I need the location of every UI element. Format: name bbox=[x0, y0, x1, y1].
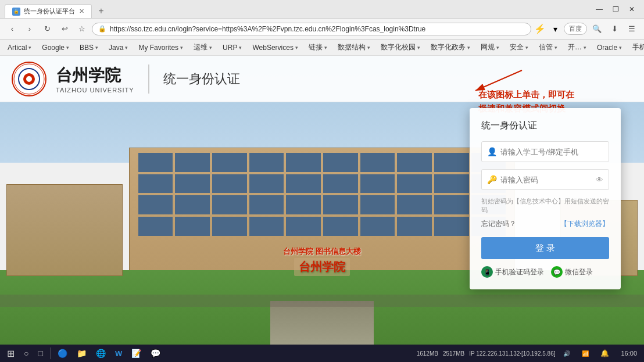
bookmark-bbs[interactable]: BBS ▾ bbox=[77, 42, 101, 53]
title-bar: 🔒 统一身份认证平台 ✕ + — ❐ ✕ bbox=[0, 0, 644, 19]
taskbar-icon-4[interactable]: W bbox=[112, 346, 126, 360]
bookmark-arrow-icon: ▾ bbox=[619, 45, 622, 51]
bookmarks-bar: Artical ▾ Google ▾ BBS ▾ Java ▾ My Favor… bbox=[0, 40, 644, 56]
bookmark-arrow-icon: ▾ bbox=[295, 45, 298, 51]
bookmark-google[interactable]: Google ▾ bbox=[39, 42, 72, 53]
bookmark-my-favorites[interactable]: My Favorites ▾ bbox=[135, 42, 186, 53]
volume-button[interactable]: 🔊 bbox=[560, 346, 574, 360]
bookmark-link[interactable]: 链接 ▾ bbox=[306, 41, 330, 53]
bookmark-arrow-icon: ▾ bbox=[554, 45, 557, 51]
username-group: 👤 bbox=[481, 141, 609, 162]
network-button[interactable]: 📶 bbox=[578, 346, 592, 360]
task-view-button[interactable]: □ bbox=[34, 346, 46, 360]
bookmark-wangui[interactable]: 网规 ▾ bbox=[478, 41, 502, 53]
browser-mode-icon[interactable]: ⚡ bbox=[534, 23, 546, 35]
back-button[interactable]: ‹ bbox=[5, 21, 20, 37]
alternative-logins: 📱 手机验证码登录 💬 微信登录 bbox=[481, 266, 609, 278]
ip-info: IP 122.226.131.132·[10.192.5.86] bbox=[469, 350, 555, 357]
undo-button[interactable]: ↩ bbox=[57, 21, 72, 37]
logo-svg bbox=[13, 63, 45, 95]
search-taskbar-button[interactable]: ○ bbox=[20, 346, 32, 360]
bookmark-star-button[interactable]: ☆ bbox=[74, 21, 90, 37]
search-button[interactable]: 🔍 bbox=[589, 21, 604, 37]
bookmark-yunwei[interactable]: 运维 ▾ bbox=[191, 41, 215, 53]
menu-button[interactable]: ☰ bbox=[624, 21, 639, 37]
bookmark-data-structure[interactable]: 数据结构 ▾ bbox=[335, 41, 373, 53]
download-button[interactable]: ⬇ bbox=[607, 21, 622, 37]
search-engine-label: 百度 bbox=[569, 24, 582, 33]
lock-icon: 🔒 bbox=[98, 25, 106, 33]
taskbar-icon-3[interactable]: 🌐 bbox=[92, 346, 109, 360]
bookmark-label: 开… bbox=[568, 42, 582, 52]
wechat-icon: 💬 bbox=[551, 266, 563, 278]
bookmark-security[interactable]: 安全 ▾ bbox=[507, 41, 531, 53]
refresh-button[interactable]: ↻ bbox=[40, 21, 55, 37]
bookmark-label: URP bbox=[223, 44, 237, 52]
login-button[interactable]: 登 录 bbox=[481, 237, 609, 259]
bookmark-label: Artical bbox=[8, 44, 27, 52]
bookmark-arrow-icon: ▾ bbox=[125, 45, 128, 51]
bookmark-arrow-icon: ▾ bbox=[584, 45, 586, 51]
phone-login-label: 手机验证码登录 bbox=[495, 267, 544, 277]
start-button[interactable]: ⊞ bbox=[3, 346, 18, 360]
address-bar: ‹ › ↻ ↩ ☆ 🔒 https://sso.tzc.edu.cn/login… bbox=[0, 19, 644, 40]
search-box[interactable]: 百度 bbox=[564, 23, 587, 35]
bookmark-arrow-icon: ▾ bbox=[180, 45, 183, 51]
bookmark-label: 链接 bbox=[309, 42, 323, 52]
download-browser-link[interactable]: 【下载浏览器】 bbox=[560, 219, 609, 229]
forgot-password-link[interactable]: 忘记密码？ bbox=[481, 219, 516, 229]
bookmark-digital-gov[interactable]: 数字化政务 ▾ bbox=[428, 41, 473, 53]
ext-icon-2[interactable]: ▾ bbox=[549, 23, 561, 35]
bookmark-xinguan[interactable]: 信管 ▾ bbox=[536, 41, 560, 53]
bookmark-arrow-icon: ▾ bbox=[66, 45, 69, 51]
address-input[interactable]: 🔒 https://sso.tzc.edu.cn/login?service=h… bbox=[92, 23, 531, 35]
restore-button[interactable]: ❐ bbox=[608, 3, 623, 16]
taskbar-icon-2[interactable]: 📁 bbox=[73, 346, 90, 360]
bookmark-arrow-icon: ▾ bbox=[324, 45, 327, 51]
gate-arch-text: 台州学院 bbox=[294, 258, 350, 276]
bookmark-label: 数据结构 bbox=[338, 42, 366, 52]
wechat-login[interactable]: 💬 微信登录 bbox=[551, 266, 593, 278]
memory-info-1: 1612MB bbox=[417, 350, 438, 357]
username-input[interactable] bbox=[481, 141, 609, 162]
bookmark-artical[interactable]: Artical ▾ bbox=[5, 42, 34, 53]
bookmark-java[interactable]: Java ▾ bbox=[106, 42, 131, 53]
password-toggle-icon[interactable]: 👁 bbox=[596, 175, 603, 184]
building-sign: 台州学院 图书信息大楼 bbox=[283, 246, 361, 257]
building-windows bbox=[138, 153, 506, 236]
university-name-cn: 台州学院 bbox=[56, 64, 134, 87]
active-tab[interactable]: 🔒 统一身份认证平台 ✕ bbox=[5, 4, 92, 18]
bookmark-urp[interactable]: URP ▾ bbox=[220, 42, 245, 53]
clock-display[interactable]: 16:00 bbox=[617, 346, 641, 360]
tab-close-button[interactable]: ✕ bbox=[79, 8, 84, 15]
bookmark-phone[interactable]: 手机 ▾ bbox=[629, 41, 644, 53]
phone-icon: 📱 bbox=[481, 266, 493, 278]
time-display: 16:00 bbox=[621, 350, 637, 357]
university-name-block: 台州学院 TAIZHOU UNIVERSITY bbox=[56, 64, 134, 94]
university-name-en: TAIZHOU UNIVERSITY bbox=[56, 87, 134, 94]
bookmark-label: 信管 bbox=[539, 42, 553, 52]
phone-login[interactable]: 📱 手机验证码登录 bbox=[481, 266, 544, 278]
password-input[interactable] bbox=[481, 169, 609, 190]
taskbar-icon-6[interactable]: 💬 bbox=[147, 346, 164, 360]
bookmark-digital-campus[interactable]: 数字化校园 ▾ bbox=[378, 41, 423, 53]
main-building-body: 台州学院 图书信息大楼 bbox=[129, 148, 516, 276]
page-content: 台州学院 图书信息大楼 台州学院 bbox=[0, 56, 644, 362]
bookmark-arrow-icon: ▾ bbox=[467, 45, 470, 51]
bookmark-label: 手机 bbox=[632, 42, 644, 52]
minimize-button[interactable]: — bbox=[592, 3, 607, 16]
bookmark-label: WebServices bbox=[252, 44, 293, 52]
bookmark-oracle[interactable]: Oracle ▾ bbox=[594, 42, 625, 53]
taskbar-icon-5[interactable]: 📝 bbox=[128, 346, 145, 360]
close-button[interactable]: ✕ bbox=[624, 3, 639, 16]
bookmark-label: Google bbox=[42, 44, 65, 52]
bookmark-webservices[interactable]: WebServices ▾ bbox=[249, 42, 300, 53]
bookmark-label: 数字化政务 bbox=[431, 42, 466, 52]
wechat-login-label: 微信登录 bbox=[565, 267, 593, 277]
notification-button[interactable]: 🔔 bbox=[597, 346, 613, 360]
forward-button[interactable]: › bbox=[22, 21, 37, 37]
new-tab-button[interactable]: + bbox=[94, 4, 108, 18]
bookmark-kai[interactable]: 开… ▾ bbox=[565, 41, 589, 53]
taskbar-icon-1[interactable]: 🔵 bbox=[54, 346, 71, 360]
bookmark-arrow-icon: ▾ bbox=[209, 45, 212, 51]
